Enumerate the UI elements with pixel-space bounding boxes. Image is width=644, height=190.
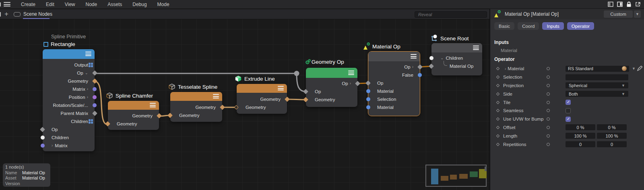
port-circle-icon[interactable] <box>547 101 550 104</box>
pen-pick-icon[interactable] <box>637 66 642 71</box>
add-tab-icon[interactable]: + <box>3 11 10 17</box>
selection-field[interactable] <box>566 74 628 80</box>
port-circle-icon[interactable] <box>547 84 550 87</box>
port-row-op-in[interactable]: Op <box>306 88 357 96</box>
pop-out-icon[interactable] <box>635 2 641 7</box>
port-row-geometry-in[interactable]: Geometry <box>237 103 287 111</box>
port-row-geometry-in[interactable]: Geometry <box>108 120 159 128</box>
node-scene-root[interactable]: Children Material Op <box>431 43 482 75</box>
port-row-geometry-out[interactable]: Geometry <box>108 112 159 120</box>
projection-dropdown[interactable]: Spherical▼ <box>566 82 628 88</box>
port-circle-icon[interactable] <box>547 143 550 146</box>
port-row-op-in[interactable]: Op <box>368 79 420 87</box>
port-circle-icon[interactable] <box>547 117 550 121</box>
asset-dropdown-arrow[interactable]: ▼ <box>632 67 636 71</box>
node-tesselate-spline[interactable]: Geometry Geometry <box>170 92 222 122</box>
port-rotation-output[interactable] <box>93 103 97 107</box>
repetitions-y-field[interactable]: 0 <box>597 141 627 147</box>
node-header[interactable] <box>368 52 420 61</box>
port-row-children-in[interactable]: Children <box>43 134 95 142</box>
length-x-field[interactable]: 100 % <box>566 133 595 139</box>
use-uvw-checkbox[interactable] <box>566 117 571 122</box>
menu-view[interactable]: View <box>65 2 75 7</box>
port-row-geometry-out[interactable]: Geometry <box>237 95 287 103</box>
port-circle-icon[interactable] <box>547 92 550 96</box>
seamless-checkbox[interactable] <box>566 108 571 113</box>
menu-mode[interactable]: Mode <box>157 2 169 7</box>
hamburger-menu-icon[interactable] <box>4 2 10 6</box>
navigator-minimap[interactable] <box>425 165 487 187</box>
node-extrude-line[interactable]: Geometry Geometry <box>237 84 287 114</box>
tab-basic[interactable]: Basic <box>494 22 514 30</box>
panel-left-icon[interactable] <box>608 2 613 7</box>
port-row-output[interactable]: Output <box>43 61 95 69</box>
material-asset-field[interactable]: RS Standard <box>566 66 629 72</box>
port-selection-input[interactable] <box>366 97 370 101</box>
tab-scene-nodes[interactable]: Scene Nodes <box>23 11 52 17</box>
node-material-op[interactable]: Op False Op Material Selection Material <box>368 52 420 116</box>
node-header[interactable] <box>237 84 287 93</box>
port-material-input[interactable] <box>366 105 370 109</box>
menu-assets[interactable]: Assets <box>107 2 122 7</box>
tab-inputs[interactable]: Inputs <box>542 22 564 30</box>
port-material-input[interactable] <box>366 89 370 93</box>
tab-operator[interactable]: Operator <box>567 22 594 30</box>
port-children-input[interactable] <box>41 136 45 140</box>
port-row-matrix-in[interactable]: Matrix <box>43 142 95 150</box>
menu-create[interactable]: Create <box>21 2 35 7</box>
port-circle-icon[interactable] <box>547 67 550 70</box>
menu-debug[interactable]: Debug <box>132 2 147 7</box>
node-menu-icon[interactable] <box>473 46 479 50</box>
preset-dropdown[interactable]: Custom <box>604 10 633 18</box>
port-row-op-in[interactable]: Op <box>43 125 95 134</box>
node-header[interactable] <box>431 43 482 52</box>
port-circle-icon[interactable] <box>547 75 550 79</box>
port-row-false-out[interactable]: False <box>368 71 420 79</box>
node-menu-icon[interactable] <box>411 54 417 58</box>
port-row-children-out[interactable]: Children <box>43 117 95 125</box>
menu-edit[interactable]: Edit <box>46 2 54 7</box>
node-header[interactable] <box>170 92 222 101</box>
reveal-search-input[interactable] <box>415 11 487 18</box>
node-header[interactable] <box>43 49 95 59</box>
port-row-op-out[interactable]: Op <box>43 69 95 77</box>
tile-checkbox[interactable] <box>566 100 571 105</box>
port-row-child-material-op[interactable]: Material Op <box>431 62 482 70</box>
port-row-matrix-out[interactable]: Matrix <box>43 85 95 93</box>
port-matrix-output[interactable] <box>93 87 97 91</box>
node-menu-icon[interactable] <box>150 103 156 107</box>
port-circle-icon[interactable] <box>547 126 550 129</box>
port-row-parent-matrix-out[interactable]: Parent Matrix <box>43 109 95 117</box>
node-menu-icon[interactable] <box>348 71 354 75</box>
port-false-output[interactable] <box>418 73 422 77</box>
port-row-material2-in[interactable]: Material <box>368 103 420 111</box>
node-geometry-op[interactable]: Op Op Geometry <box>306 68 357 107</box>
node-header[interactable] <box>108 101 159 110</box>
node-menu-icon[interactable] <box>85 52 91 56</box>
port-row-op-out[interactable]: Op <box>368 63 420 71</box>
port-row-op-out[interactable]: Op <box>306 79 357 88</box>
node-spline-chamfer[interactable]: Geometry Geometry <box>108 101 159 130</box>
panel-right-icon[interactable] <box>617 2 623 7</box>
offset-y-field[interactable]: 0 % <box>597 124 627 130</box>
length-y-field[interactable]: 100 % <box>597 133 627 139</box>
tab-coord[interactable]: Coord <box>518 22 539 30</box>
side-dropdown[interactable]: Both▼ <box>566 91 628 97</box>
node-menu-icon[interactable] <box>213 94 219 98</box>
port-matrix-input[interactable] <box>41 144 45 148</box>
offset-x-field[interactable]: 0 % <box>566 124 595 130</box>
port-row-position-out[interactable]: Position <box>43 93 95 101</box>
port-row-material-in[interactable]: Material <box>368 87 420 95</box>
node-header[interactable] <box>306 68 357 78</box>
port-circle-icon[interactable] <box>547 134 550 138</box>
port-row-children-in[interactable]: Children <box>431 54 482 62</box>
port-row-geometry-out[interactable]: Geometry <box>170 103 222 111</box>
port-position-output[interactable] <box>93 95 97 99</box>
lock-icon[interactable] <box>626 2 632 7</box>
node-menu-icon[interactable] <box>278 86 284 90</box>
port-circle-icon[interactable] <box>547 109 550 112</box>
node-rectangle[interactable]: Output Op Geometry Matrix Position Rotat… <box>43 49 95 151</box>
frame-icon[interactable] <box>14 12 21 17</box>
port-row-geometry-out[interactable]: Geometry <box>43 77 95 85</box>
port-row-selection-in[interactable]: Selection <box>368 95 420 103</box>
